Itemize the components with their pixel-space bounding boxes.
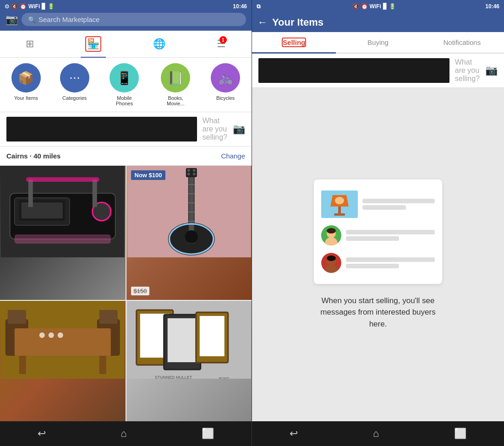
lamp-illustration <box>321 190 358 218</box>
item-lines <box>362 199 435 210</box>
search-input[interactable]: 🔍 Search Marketplace <box>22 13 246 26</box>
sell-prompt-text: What are you selling? <box>203 117 227 141</box>
sell-prompt-bar[interactable]: What are you selling? 📷 <box>0 112 252 147</box>
mobile-phones-label: Mobile Phones <box>108 95 140 106</box>
illustration-person1-row <box>321 222 435 249</box>
recents-nav-icon[interactable]: ⬜ <box>202 428 214 440</box>
nav-tab-home[interactable]: ⊞ <box>21 36 38 52</box>
nav-tabs: ⊞ 🏪 🌐 ☰ 1 <box>0 31 252 58</box>
svg-rect-36 <box>15 328 111 356</box>
illustration-person2-row <box>321 249 435 277</box>
wifi-icon-r: WiFi <box>370 3 381 10</box>
your-items-tabs: Selling Buying Notifications <box>252 32 504 54</box>
change-link[interactable]: Change <box>221 152 245 160</box>
right-home-nav-icon[interactable]: ⌂ <box>373 428 379 440</box>
svg-rect-48 <box>199 316 224 356</box>
signal-icon: ▊ <box>42 3 46 10</box>
sell-camera-icon[interactable]: 📷 <box>233 123 245 135</box>
tab-notifications[interactable]: Notifications <box>420 32 504 53</box>
svg-rect-24 <box>186 168 197 177</box>
left-time: 10:46 <box>233 3 247 10</box>
svg-rect-19 <box>188 184 194 185</box>
back-nav-icon[interactable]: ↩ <box>38 428 46 440</box>
treadmill-image <box>0 166 126 257</box>
svg-rect-23 <box>188 221 194 222</box>
guitar-price-badge: Now $100 <box>131 170 166 180</box>
svg-point-65 <box>327 256 336 261</box>
right-header: ← Your Items <box>252 13 504 32</box>
nav-tab-menu[interactable]: ☰ 1 <box>212 36 230 52</box>
nav-tab-marketplace[interactable]: 🏪 <box>81 34 106 54</box>
illustration-card <box>314 179 442 284</box>
products-grid: Now $100 <box>0 166 252 421</box>
svg-point-25 <box>187 169 190 172</box>
svg-point-28 <box>192 173 195 175</box>
svg-rect-8 <box>93 179 97 207</box>
product-frames[interactable]: STUNNED MULLET LONG GRAS... DINKIE DI BO… <box>126 301 252 421</box>
right-sell-prompt-text: What are you selling? <box>455 58 480 83</box>
bicycles-circle: 🚲 <box>211 63 240 92</box>
home-nav-icon[interactable]: ⌂ <box>121 428 126 440</box>
back-button[interactable]: ← <box>257 16 268 28</box>
category-books-movies[interactable]: 📗 Books, Movie... <box>159 63 192 106</box>
search-placeholder-text: Search Marketplace <box>38 16 99 23</box>
svg-text:DINKIE DI: DINKIE DI <box>182 378 199 379</box>
right-sell-prompt-bar[interactable]: What are you selling? 📷 <box>252 54 504 88</box>
categories-row: 📦 Your Items ⋯ Categories 📱 Mobile Phone… <box>0 58 252 112</box>
marketplace-icon: 🏪 <box>87 38 99 49</box>
tab-buying[interactable]: Buying <box>336 32 420 53</box>
sell-empty-state: When you start selling, you'll see messa… <box>252 88 504 421</box>
location-row: Cairns · 40 miles Change <box>0 147 252 166</box>
svg-rect-6 <box>15 234 111 244</box>
battery-icon: 🔋 <box>48 3 55 10</box>
product-table[interactable] <box>0 301 126 421</box>
page-title: Your Items <box>272 16 499 28</box>
search-icon: 🔍 <box>28 16 36 23</box>
illustration-item-row <box>321 187 435 222</box>
line-5 <box>346 257 435 262</box>
svg-rect-9 <box>26 177 99 182</box>
right-status-bar: ⧉ 🔇 ⏰ WiFi ▊ 🔋 10:46 <box>252 0 504 13</box>
category-mobile-phones[interactable]: 📱 Mobile Phones <box>108 63 140 106</box>
nav-tab-globe[interactable]: 🌐 <box>148 36 170 52</box>
mute-icon-r: 🔇 <box>352 3 359 10</box>
svg-text:BONT: BONT <box>219 376 229 379</box>
right-bottom-nav: ↩ ⌂ ⬜ <box>252 421 504 446</box>
right-sell-thumb <box>258 58 449 83</box>
categories-label: Categories <box>62 95 87 101</box>
mute-icon: 🔇 <box>11 3 18 10</box>
right-sell-camera-icon[interactable]: 📷 <box>485 65 498 76</box>
left-bottom-nav: ↩ ⌂ ⬜ <box>0 421 252 446</box>
category-bicycles[interactable]: 🚲 Bicycles <box>211 63 240 106</box>
clock-icon: ⏰ <box>20 3 27 10</box>
right-screen: ⧉ 🔇 ⏰ WiFi ▊ 🔋 10:46 ← Your Items Sellin… <box>252 0 504 446</box>
line-4 <box>346 236 399 241</box>
svg-rect-56 <box>334 213 345 216</box>
person1-lines <box>346 230 435 241</box>
right-back-nav-icon[interactable]: ↩ <box>290 428 298 440</box>
line-6 <box>346 264 399 268</box>
camera-icon[interactable]: 📷 <box>5 14 18 26</box>
category-your-items[interactable]: 📦 Your Items <box>11 63 41 106</box>
svg-rect-20 <box>188 193 194 194</box>
line-2 <box>362 205 406 210</box>
frames-image: STUNNED MULLET LONG GRAS... DINKIE DI BO… <box>126 301 252 379</box>
menu-badge: 1 <box>219 36 227 44</box>
svg-rect-21 <box>188 202 194 203</box>
product-guitar[interactable]: Now $100 <box>126 166 252 300</box>
right-recents-nav-icon[interactable]: ⬜ <box>454 428 466 440</box>
right-time: 10:46 <box>485 3 499 10</box>
svg-rect-35 <box>99 310 118 324</box>
svg-point-39 <box>39 332 45 338</box>
svg-point-40 <box>49 332 54 338</box>
bicycles-label: Bicycles <box>216 95 235 101</box>
product-treadmill[interactable] <box>0 166 126 300</box>
books-movies-circle: 📗 <box>161 63 190 92</box>
battery-icon-r: 🔋 <box>389 3 396 10</box>
table-image <box>0 301 126 379</box>
category-categories[interactable]: ⋯ Categories <box>60 63 89 106</box>
tab-selling[interactable]: Selling <box>252 32 336 53</box>
svg-rect-46 <box>167 318 197 362</box>
search-bar: 📷 🔍 Search Marketplace <box>0 13 252 31</box>
left-status-icons: ⊙ 🔇 ⏰ WiFi ▊ 🔋 <box>5 3 55 10</box>
